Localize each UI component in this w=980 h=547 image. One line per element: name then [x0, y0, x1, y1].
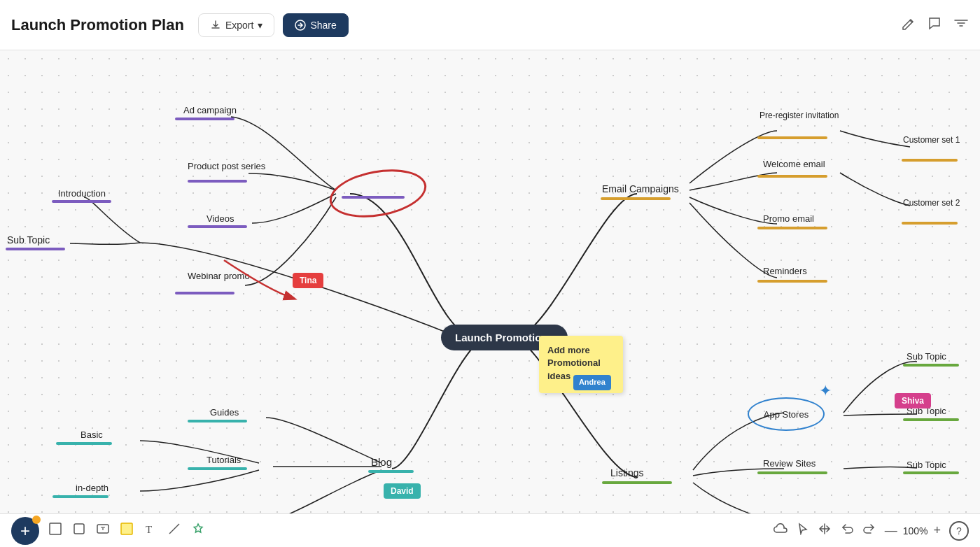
in-depth-bar [52, 495, 108, 498]
shiva-tag: Shiva [895, 393, 931, 409]
canvas[interactable]: Launch Promotions Ad campaign Product po… [0, 50, 980, 513]
social-media-bar [342, 196, 405, 199]
sticky-note: Add more Promotional ideas Andrea [539, 336, 623, 393]
shape-tool-icon[interactable] [71, 521, 87, 540]
sub-topic-left-bar [6, 248, 65, 250]
blog-bar [368, 470, 414, 473]
comment-icon[interactable] [927, 15, 942, 34]
customer-set-1-bar [902, 159, 958, 162]
bottom-left-tools: + T [11, 517, 206, 545]
svg-rect-5 [121, 523, 132, 534]
sticky-tool-icon[interactable] [119, 521, 134, 540]
undo-icon[interactable] [840, 523, 854, 539]
text-tool-icon[interactable]: T [143, 521, 158, 540]
guides-bar [188, 420, 247, 422]
export-button[interactable]: Export ▾ [198, 13, 274, 37]
promo-email-bar [757, 227, 827, 229]
tina-tag: Tina [293, 273, 323, 288]
document-title: Launch Promotion Plan [11, 16, 184, 34]
add-button[interactable]: + [11, 517, 39, 545]
zoom-minus-button[interactable]: — [885, 523, 897, 538]
text-box-tool-icon[interactable] [95, 521, 111, 540]
header: Launch Promotion Plan Export ▾ Share [0, 0, 980, 50]
listings-bar [602, 481, 672, 484]
cursor-icon[interactable] [797, 523, 809, 539]
reminders-bar [757, 280, 827, 283]
zoom-controls: — 100% + [885, 523, 941, 538]
product-post-bar [188, 180, 247, 183]
share-button[interactable]: Share [283, 13, 348, 37]
zoom-plus-button[interactable]: + [933, 523, 941, 538]
svg-rect-3 [74, 524, 84, 534]
shape-tool-2-icon[interactable] [190, 521, 206, 540]
sub-topic-right-2-bar [903, 418, 959, 421]
sub-topic-right-3-bar [903, 471, 959, 474]
ad-campaign-bar [175, 118, 234, 120]
settings-icon[interactable] [953, 15, 969, 34]
videos-bar [188, 225, 247, 228]
move-icon[interactable] [818, 522, 832, 539]
svg-text:T: T [146, 524, 152, 535]
cloud-icon[interactable] [773, 523, 788, 539]
svg-rect-2 [50, 523, 61, 534]
help-button[interactable]: ? [949, 521, 969, 541]
welcome-email-bar [757, 175, 827, 178]
bottom-toolbar: + T [0, 513, 980, 547]
mindmap-svg [0, 50, 980, 513]
redo-icon[interactable] [862, 523, 876, 539]
sub-topic-right-1-bar [903, 364, 959, 367]
line-tool-icon[interactable] [167, 521, 182, 540]
andrea-tag: Andrea [573, 375, 611, 390]
pre-register-bar [757, 136, 827, 139]
frame-tool-icon[interactable] [48, 521, 63, 540]
review-sites-bar [757, 471, 827, 474]
tutorials-bar [188, 467, 247, 470]
app-stores-circled: App Stores [748, 397, 825, 431]
header-icons [900, 15, 969, 34]
basic-bar [56, 442, 112, 445]
zoom-level: 100% [903, 525, 928, 537]
bottom-right-tools: — 100% + ? [773, 521, 969, 541]
edit-icon[interactable] [900, 15, 916, 34]
david-tag: David [384, 483, 421, 499]
email-campaigns-bar [601, 197, 671, 200]
webinar-promo-bar [175, 292, 234, 294]
introduction-bar [52, 200, 111, 203]
customer-set-2-bar [902, 222, 958, 225]
